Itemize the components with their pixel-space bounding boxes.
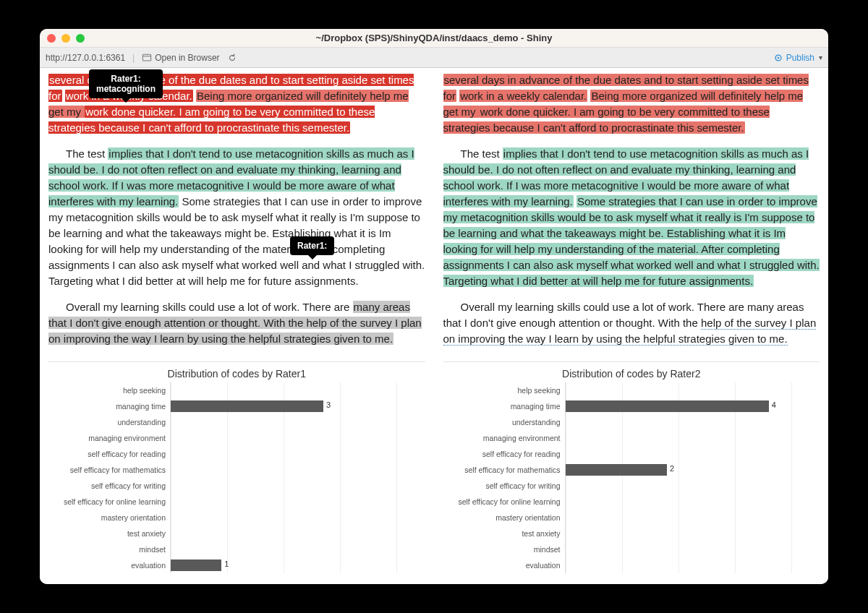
chart-category-label: mastery orientation <box>443 513 565 522</box>
publish-button[interactable]: Publish ▾ <box>773 53 822 63</box>
chart-track <box>170 414 425 430</box>
chart-track <box>565 382 820 398</box>
chart-row: self efficacy for mathematics2 <box>443 462 820 478</box>
coded-span[interactable]: work done quicker. I am going to be very… <box>443 106 770 134</box>
coded-span[interactable]: work done quicker. I am going to be very… <box>48 106 375 134</box>
coded-span[interactable]: Some strategies that I can use in order … <box>443 195 820 287</box>
column-rater2: several days in advance of the due dates… <box>434 68 829 573</box>
content-scroll-area[interactable]: Rater1: metacognition Rater1: several da… <box>40 68 828 584</box>
essay-paragraph: Overall my learning skills could use a l… <box>48 299 425 347</box>
essay-paragraph: The test implies that I don't tend to us… <box>48 146 425 289</box>
publish-label: Publish <box>786 53 814 63</box>
titlebar: ~/Dropbox (SPS)/ShinyQDA/inst/daacs_demo… <box>40 29 828 48</box>
address-url: http://127.0.0.1:6361 <box>46 53 125 63</box>
chart-track: 2 <box>565 462 820 478</box>
zoom-window-button[interactable] <box>76 34 85 43</box>
chart-track <box>170 382 425 398</box>
two-column-layout: Rater1: metacognition Rater1: several da… <box>40 68 828 573</box>
minimize-window-button[interactable] <box>61 34 70 43</box>
chart-category-label: self efficacy for writing <box>443 481 565 490</box>
chart-track: 4 <box>565 398 820 414</box>
chart-row: understanding <box>48 414 425 430</box>
chart-track <box>565 478 820 494</box>
chart-row: self efficacy for mathematics <box>48 462 425 478</box>
svg-rect-0 <box>143 54 151 61</box>
chart-track <box>565 526 820 541</box>
chart-track: 3 <box>170 398 425 414</box>
open-in-browser-label: Open in Browser <box>155 53 219 63</box>
close-window-button[interactable] <box>47 34 56 43</box>
chart-row: test anxiety <box>443 526 820 541</box>
plain-text: The test <box>66 147 108 160</box>
window-controls <box>47 34 85 43</box>
chevron-down-icon: ▾ <box>819 53 822 61</box>
chart-rater1: help seekingmanaging time3understandingm… <box>48 382 425 573</box>
chart-row: mastery orientation <box>443 510 820 526</box>
chart-category-label: managing time <box>48 402 170 411</box>
chart-row: self efficacy for writing <box>48 478 425 494</box>
code-tooltip: Rater1: metacognition <box>89 69 163 98</box>
chart-track <box>170 494 425 510</box>
chart-category-label: self efficacy for mathematics <box>48 466 170 474</box>
chart-category-label: understanding <box>48 418 170 426</box>
chart-track: 1 <box>170 557 425 573</box>
section-divider <box>48 361 425 362</box>
chart-track <box>170 478 425 494</box>
chart-category-label: help seeking <box>443 386 565 395</box>
chart-bar-value: 1 <box>224 560 229 568</box>
chart-track <box>170 446 425 462</box>
section-divider <box>443 361 820 362</box>
essay-paragraph: Overall my learning skills could use a l… <box>443 299 820 347</box>
chart-category-label: managing environment <box>48 434 170 442</box>
chart-category-label: self efficacy for writing <box>48 481 170 490</box>
chart-row: mindset <box>443 541 820 557</box>
chart-category-label: managing time <box>443 402 565 411</box>
chart-title: Distribution of codes by Rater2 <box>443 368 820 380</box>
window-title: ~/Dropbox (SPS)/ShinyQDA/inst/daacs_demo… <box>40 33 828 43</box>
chart-row: managing time4 <box>443 398 820 414</box>
publish-icon <box>773 53 783 63</box>
chart-category-label: evaluation <box>443 561 565 570</box>
chart-bar-value: 2 <box>670 464 674 473</box>
chart-title: Distribution of codes by Rater1 <box>48 368 425 380</box>
chart-bar <box>171 400 323 412</box>
chart-track <box>565 541 820 557</box>
chart-track <box>565 446 820 462</box>
browser-icon <box>142 53 152 63</box>
chart-row: self efficacy for reading <box>443 446 820 462</box>
chart-category-label: self efficacy for online learning <box>443 497 565 506</box>
chart-bar <box>171 560 221 571</box>
chart-bar <box>566 400 769 412</box>
chart-row: self efficacy for online learning <box>443 494 820 510</box>
chart-track <box>170 510 425 526</box>
plain-text: Overall my learning skills could use a l… <box>66 301 353 313</box>
chart-track <box>565 414 820 430</box>
essay-paragraph: several days in advance of the due dates… <box>443 72 820 136</box>
chart-row: managing environment <box>443 430 820 446</box>
essay-paragraph: The test implies that I don't tend to us… <box>443 146 820 289</box>
plain-text: Some strategies that I can use in order … <box>48 195 425 287</box>
column-rater1: Rater1: metacognition Rater1: several da… <box>40 68 434 573</box>
open-in-browser-button[interactable]: Open in Browser <box>142 53 219 63</box>
chart-row: managing time3 <box>48 398 425 414</box>
chart-track <box>565 494 820 510</box>
chart-category-label: evaluation <box>48 561 170 570</box>
reload-button[interactable] <box>227 53 237 63</box>
coded-span[interactable]: work in a weekly calendar. <box>459 90 587 102</box>
chart-category-label: understanding <box>443 418 565 426</box>
chart-row: test anxiety <box>48 526 425 541</box>
chart-category-label: mindset <box>443 545 565 554</box>
chart-row: evaluation <box>443 557 820 573</box>
chart-row: evaluation1 <box>48 557 425 573</box>
chart-bar-value: 4 <box>772 400 776 409</box>
code-tooltip: Rater1: <box>290 236 334 255</box>
chart-category-label: self efficacy for online learning <box>48 497 170 506</box>
chart-category-label: test anxiety <box>48 529 170 538</box>
app-window: ~/Dropbox (SPS)/ShinyQDA/inst/daacs_demo… <box>40 29 828 584</box>
chart-track <box>170 462 425 478</box>
chart-track <box>170 541 425 557</box>
chart-track <box>565 557 820 573</box>
chart-category-label: test anxiety <box>443 529 565 538</box>
chart-category-label: mastery orientation <box>48 513 170 522</box>
chart-category-label: managing environment <box>443 434 565 442</box>
